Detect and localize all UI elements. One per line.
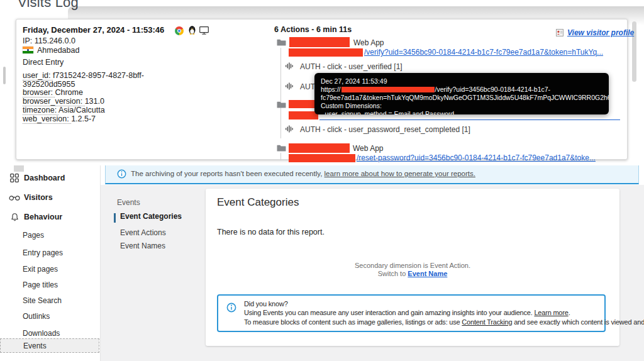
action-hover-tooltip: Dec 27, 2024 11:53:49 https:///verify?ui… (314, 73, 609, 114)
detail-line: timezoneAsia/Calcutta (23, 106, 177, 115)
tip-text: Did you know? Using Events you can measu… (244, 299, 644, 326)
redaction-box (289, 111, 318, 119)
tip-heading: Did you know? (244, 299, 644, 308)
visit-datetime: Friday, December 27, 2024 - 11:53:46 (23, 25, 164, 35)
visit-custom-variables: user_idf7315242-8957-4827-8bff-392520dd5… (23, 72, 177, 123)
chrome-browser-icon (175, 26, 184, 35)
sidebar-item-entry-pages[interactable]: Entry pages (0, 247, 99, 260)
detail-line: browser_version131.0 (23, 97, 177, 106)
pageview-url-link[interactable]: /reset-password?uid=3456bc90-0184-4214-b… (357, 153, 596, 162)
glasses-icon (9, 195, 20, 201)
detail-line: web_version1.2.5-7 (23, 115, 177, 124)
events-report-panel: Dashboard Visitors Behaviour Pages Entry… (0, 165, 644, 361)
redaction-box-inline (341, 87, 435, 92)
redaction-box (289, 48, 363, 57)
redaction-box (289, 37, 350, 47)
view-visitor-profile-link[interactable]: View visitor profile (556, 26, 634, 38)
view-visitor-profile-label[interactable]: View visitor profile (567, 28, 634, 37)
desktop-device-icon (199, 26, 209, 35)
bell-icon (10, 213, 19, 222)
learn-more-link[interactable]: Learn more (534, 309, 568, 316)
actions-summary: 6 Actions - 6 min 11s (274, 25, 352, 34)
subnav-selected-indicator (114, 213, 116, 223)
tooltip-url-line2: fc79ee7ad1a7&token=hTukYqQM9moDkyNwGeOGT… (321, 94, 602, 102)
visit-entry-type: Direct Entry (23, 58, 64, 67)
redaction-box (289, 143, 350, 153)
sidebar-item-behaviour[interactable]: Behaviour (0, 211, 99, 225)
content-tracking-link[interactable]: Content Tracking (462, 318, 512, 326)
info-icon (117, 169, 126, 179)
screenshot-stage: Visits Log Friday, December 27, 2024 - 1… (0, 0, 644, 361)
event-waveform-icon (285, 82, 294, 91)
event-row[interactable]: AUTH - click - user_verified [1] (300, 62, 402, 71)
visit-city: Ahmedabad (37, 46, 79, 55)
tooltip-custom-dimension-value: - user_signup_method = Email and Passwor… (321, 110, 602, 114)
switch-dimension-link[interactable]: Event Name (408, 270, 447, 277)
sidebar-item-site-search[interactable]: Site Search (0, 295, 99, 308)
grid-icon (10, 174, 19, 182)
archiving-notice-banner: The archiving of your reports hasn't bee… (105, 165, 639, 184)
pageview-title[interactable]: Web App (353, 38, 384, 47)
india-flag-icon (23, 47, 33, 53)
generate-reports-link[interactable]: learn more about how to generate your re… (325, 170, 475, 177)
report-no-data-message: There is no data for this report. (217, 228, 325, 236)
action-timeline-line (280, 153, 281, 160)
subnav-header-events: Events (117, 198, 140, 207)
sidebar-item-outlinks[interactable]: Outlinks (0, 311, 99, 324)
tooltip-custom-dimensions-header: Custom Dimensions: (321, 102, 602, 110)
folder-icon (277, 144, 286, 152)
archiving-notice-text: The archiving of your reports hasn't bee… (131, 170, 475, 177)
redaction-box (289, 154, 355, 162)
sidebar-item-page-titles[interactable]: Page titles (0, 279, 99, 292)
secondary-dimension-note: Secondary dimension is Event Action. Swi… (206, 262, 619, 278)
sidebar-item-pages[interactable]: Pages (0, 230, 99, 243)
sidebar-item-events[interactable]: Events (0, 338, 99, 353)
pageview-title[interactable]: Web App (353, 144, 383, 153)
pageview-url-link[interactable]: /verify?uid=3456bc90-0184-4214-b1c7-fc79… (364, 48, 603, 57)
folder-icon (277, 38, 286, 46)
tooltip-timestamp: Dec 27, 2024 11:53:49 (321, 77, 602, 86)
event-waveform-icon (285, 125, 294, 133)
sidebar-item-visitors[interactable]: Visitors (0, 192, 99, 205)
visitor-profile-icon (556, 29, 564, 36)
detail-line: browserChrome (23, 89, 177, 97)
sidebar-item-dashboard[interactable]: Dashboard (0, 172, 99, 186)
detail-line: user_idf7315242-8957-4827-8bff-392520dd5… (23, 72, 177, 89)
did-you-know-box: Did you know? Using Events you can measu… (217, 294, 606, 332)
action-timeline-line (280, 48, 281, 138)
sidebar-item-exit-pages[interactable]: Exit pages (0, 264, 99, 277)
subnav-item-event-names[interactable]: Event Names (120, 242, 165, 250)
report-title: Event Categories (217, 196, 299, 209)
subnav-item-event-actions[interactable]: Event Actions (120, 228, 166, 237)
visit-location-row: Ahmedabad (23, 44, 79, 52)
redaction-box (289, 100, 316, 108)
info-icon (226, 303, 236, 313)
event-row[interactable]: AUTH - click - user_password_reset_compl… (300, 125, 470, 134)
hidden-link-underline[interactable] (319, 119, 620, 120)
linux-os-icon (188, 25, 196, 35)
clipped-ui-remnant (14, 165, 24, 172)
subnav-item-event-categories[interactable]: Event Categories (120, 212, 182, 221)
tooltip-url-line1: https:///verify?uid=3456bc90-0184-4214-b… (321, 86, 602, 94)
event-waveform-icon (285, 62, 294, 70)
visits-log-panel: Visits Log Friday, December 27, 2024 - 1… (0, 0, 644, 165)
folder-icon (277, 101, 286, 108)
left-scrollbar-thumb[interactable] (3, 67, 6, 84)
